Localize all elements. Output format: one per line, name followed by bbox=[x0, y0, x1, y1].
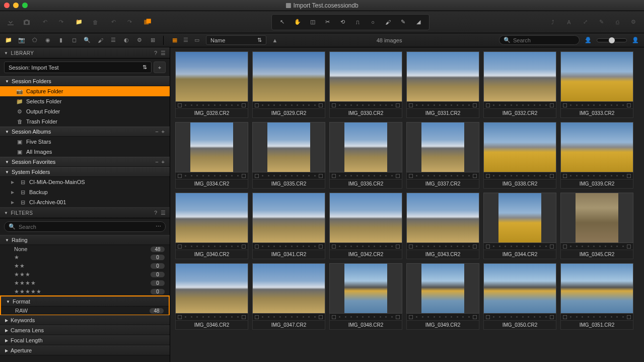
thumbnail-image[interactable] bbox=[560, 122, 633, 172]
select-checkbox[interactable] bbox=[563, 245, 567, 249]
thumbnail[interactable]: IMG_0341.CR2 bbox=[252, 193, 325, 259]
select-checkbox[interactable] bbox=[178, 245, 182, 249]
tag-box[interactable] bbox=[319, 103, 323, 107]
thumbnail-image[interactable] bbox=[483, 193, 556, 243]
close-icon[interactable] bbox=[4, 3, 10, 8]
rating-dots[interactable] bbox=[260, 175, 318, 176]
rating-dots[interactable] bbox=[260, 104, 318, 106]
help-icon[interactable]: ? bbox=[154, 50, 158, 56]
rotate-left-icon[interactable]: ↶ bbox=[108, 17, 119, 28]
rating-dots[interactable] bbox=[183, 175, 241, 176]
grid-view-icon[interactable]: ▦ bbox=[170, 36, 180, 44]
thumbnail[interactable]: IMG_0332.CR2 bbox=[483, 51, 556, 118]
chevron-right-icon[interactable]: ▶ bbox=[11, 180, 16, 185]
select-checkbox[interactable] bbox=[486, 315, 490, 319]
aperture-filter-header[interactable]: ▶ Aperture bbox=[0, 345, 170, 355]
tag-box[interactable] bbox=[473, 103, 477, 107]
thumbnail-image[interactable] bbox=[175, 51, 248, 102]
print-icon[interactable]: ⎙ bbox=[612, 17, 623, 28]
tag-box[interactable] bbox=[473, 245, 477, 249]
eyedropper-icon[interactable]: ✎ bbox=[398, 17, 409, 28]
chevron-right-icon[interactable]: ▶ bbox=[11, 200, 16, 205]
select-checkbox[interactable] bbox=[409, 315, 413, 319]
tag-box[interactable] bbox=[396, 245, 400, 249]
rating-dots[interactable] bbox=[337, 246, 395, 247]
thumbnail-image[interactable] bbox=[560, 193, 633, 243]
rating-filter-row[interactable]: ★★★★0 bbox=[0, 279, 170, 287]
rating-dots[interactable] bbox=[414, 246, 472, 247]
edit-icon[interactable]: ✎ bbox=[596, 17, 607, 28]
thumbnail[interactable]: IMG_0340.CR2 bbox=[175, 193, 248, 259]
help-icon[interactable]: ? bbox=[154, 210, 158, 216]
thumbnail-image[interactable] bbox=[329, 122, 402, 172]
minimize-icon[interactable] bbox=[13, 3, 19, 8]
adjustments-tab-icon[interactable]: ◐ bbox=[122, 36, 131, 45]
library-tab-icon[interactable]: 📁 bbox=[4, 36, 13, 45]
thumbnail[interactable]: IMG_0334.CR2 bbox=[175, 122, 248, 189]
thumbnail-image[interactable] bbox=[175, 122, 248, 172]
zoom-icon[interactable] bbox=[22, 3, 28, 8]
select-checkbox[interactable] bbox=[178, 103, 182, 107]
select-checkbox[interactable] bbox=[409, 174, 413, 178]
crop-icon[interactable]: ✂ bbox=[322, 17, 333, 28]
focal-length-filter-header[interactable]: ▶ Focal Length bbox=[0, 335, 170, 345]
export-icon[interactable]: ⤴ bbox=[547, 17, 558, 28]
tag-box[interactable] bbox=[319, 174, 323, 178]
pan-icon[interactable]: ✋ bbox=[292, 17, 303, 28]
session-album-item[interactable]: ▣All Images bbox=[0, 147, 170, 157]
thumbnail-image[interactable] bbox=[406, 263, 479, 314]
select-checkbox[interactable] bbox=[178, 315, 182, 319]
remove-icon[interactable]: − bbox=[155, 159, 158, 165]
tag-box[interactable] bbox=[319, 245, 323, 249]
camera-lens-filter-header[interactable]: ▶ Camera Lens bbox=[0, 325, 170, 335]
select-checkbox[interactable] bbox=[255, 245, 259, 249]
list-view-icon[interactable]: ☰ bbox=[181, 36, 191, 44]
rating-dots[interactable] bbox=[491, 175, 549, 176]
undo-icon[interactable]: ↶ bbox=[39, 17, 50, 28]
lens-tab-icon[interactable]: ⬠ bbox=[30, 36, 39, 45]
rating-filter-row[interactable]: None48 bbox=[0, 245, 170, 253]
tag-box[interactable] bbox=[627, 315, 631, 319]
rating-dots[interactable] bbox=[414, 104, 472, 106]
select-checkbox[interactable] bbox=[332, 174, 336, 178]
exposure-tab-icon[interactable]: ▮ bbox=[56, 36, 65, 45]
thumbnail[interactable]: IMG_0336.CR2 bbox=[329, 122, 402, 189]
variants-icon[interactable] bbox=[142, 17, 153, 28]
tag-box[interactable] bbox=[396, 315, 400, 319]
format-filter-header[interactable]: ▼ Format bbox=[1, 296, 169, 307]
tag-box[interactable] bbox=[396, 103, 400, 107]
thumbnail-image[interactable] bbox=[406, 122, 479, 172]
select-checkbox[interactable] bbox=[255, 103, 259, 107]
tag-box[interactable] bbox=[550, 103, 554, 107]
tag-box[interactable] bbox=[550, 245, 554, 249]
details-tab-icon[interactable]: 🔍 bbox=[83, 36, 92, 45]
session-folders-header[interactable]: ▼ Session Folders bbox=[0, 76, 170, 86]
select-checkbox[interactable] bbox=[486, 103, 490, 107]
filmstrip-view-icon[interactable]: ▭ bbox=[192, 36, 202, 44]
rating-dots[interactable] bbox=[568, 104, 626, 106]
select-checkbox[interactable] bbox=[563, 315, 567, 319]
rating-dots[interactable] bbox=[260, 246, 318, 247]
rating-dots[interactable] bbox=[491, 316, 549, 318]
system-folders-header[interactable]: ▼ System Folders bbox=[0, 167, 170, 177]
search-menu-icon[interactable]: ⋯ bbox=[156, 223, 161, 230]
output-tab-icon[interactable]: ⚙ bbox=[135, 36, 144, 45]
rating-dots[interactable] bbox=[568, 246, 626, 247]
rating-dots[interactable] bbox=[337, 104, 395, 106]
system-folder-item[interactable]: ▶⊟CI-Archive-001 bbox=[0, 197, 170, 207]
rating-dots[interactable] bbox=[491, 246, 549, 247]
tag-box[interactable] bbox=[396, 174, 400, 178]
select-checkbox[interactable] bbox=[563, 174, 567, 178]
browser-search[interactable]: 🔍 ⋯ bbox=[499, 35, 580, 45]
gradient-icon[interactable]: ◢ bbox=[413, 17, 424, 28]
thumbnail[interactable]: IMG_0337.CR2 bbox=[406, 122, 479, 189]
rating-filter-header[interactable]: ▼ Rating bbox=[0, 235, 170, 245]
batch-tab-icon[interactable]: ⊞ bbox=[148, 36, 157, 45]
thumbnail[interactable]: IMG_0333.CR2 bbox=[560, 51, 633, 118]
thumbnail[interactable]: IMG_0331.CR2 bbox=[406, 51, 479, 118]
system-folder-item[interactable]: ▶⊟Backup bbox=[0, 187, 170, 197]
select-checkbox[interactable] bbox=[255, 315, 259, 319]
filters-panel-header[interactable]: ▼ FILTERS ?☰ bbox=[0, 207, 170, 218]
thumbnail-image[interactable] bbox=[252, 51, 325, 102]
thumbnail[interactable]: IMG_0350.CR2 bbox=[483, 263, 556, 330]
